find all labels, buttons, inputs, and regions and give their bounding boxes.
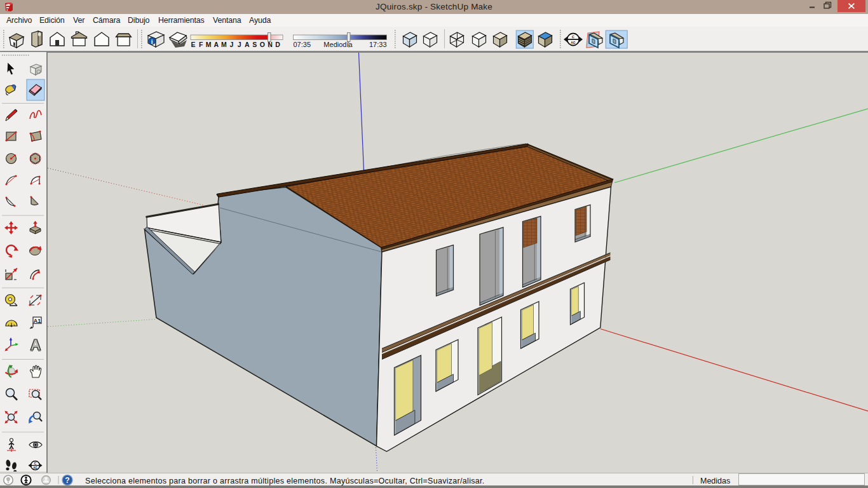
- svg-text:A: A: [214, 41, 219, 48]
- svg-text:D: D: [275, 41, 280, 48]
- svg-text:A: A: [245, 41, 250, 48]
- svg-text:J: J: [230, 41, 234, 48]
- svg-text:AG: AG: [571, 41, 576, 44]
- svg-text:i: i: [151, 38, 153, 45]
- svg-text:C: C: [34, 461, 37, 465]
- svg-text:E: E: [191, 41, 195, 48]
- svg-text:O: O: [260, 41, 265, 48]
- svg-text:F: F: [199, 41, 203, 48]
- svg-text:07:35: 07:35: [294, 41, 311, 48]
- svg-text:N: N: [268, 41, 273, 48]
- svg-text:C: C: [572, 35, 575, 39]
- svg-text:Mediodía: Mediodía: [323, 41, 353, 48]
- svg-text:J: J: [238, 41, 241, 48]
- svg-text:M: M: [221, 41, 227, 48]
- svg-text:S: S: [252, 41, 257, 48]
- svg-text:AG: AG: [33, 466, 37, 470]
- svg-text:?: ?: [65, 476, 69, 485]
- svg-text:17:33: 17:33: [369, 41, 387, 48]
- svg-text:A1: A1: [34, 318, 41, 324]
- svg-text:M: M: [206, 41, 212, 48]
